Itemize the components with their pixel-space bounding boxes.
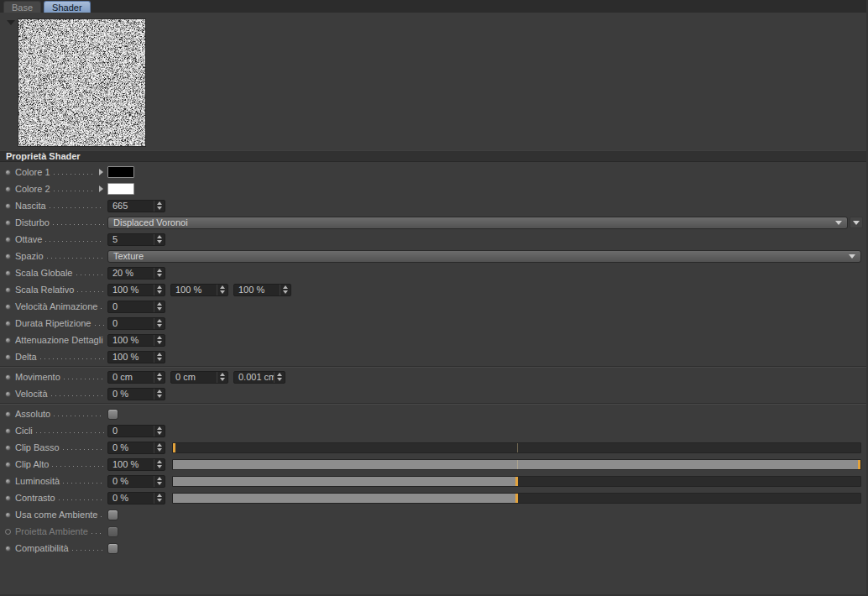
clip-alto-input[interactable]: 100 % xyxy=(107,458,165,471)
spinner-down-icon[interactable] xyxy=(157,358,162,361)
spinner-down-icon[interactable] xyxy=(157,378,162,381)
param-bullet-icon[interactable] xyxy=(5,478,11,484)
spinner-up-icon[interactable] xyxy=(220,373,225,376)
spinner-up-icon[interactable] xyxy=(220,285,225,289)
spinner-up-icon[interactable] xyxy=(157,302,162,306)
scala-relativo-y-input[interactable]: 100 % xyxy=(170,284,228,296)
spinner-down-icon[interactable] xyxy=(220,290,225,294)
param-bullet-icon[interactable] xyxy=(5,462,11,468)
tab-shader[interactable]: Shader xyxy=(44,1,90,13)
param-bullet-icon[interactable] xyxy=(5,411,11,417)
spinner-up-icon[interactable] xyxy=(157,319,162,322)
spinner-up-icon[interactable] xyxy=(157,353,162,356)
spinner-icon[interactable] xyxy=(154,201,165,212)
param-bullet-icon[interactable] xyxy=(5,495,11,501)
param-bullet-icon[interactable] xyxy=(5,337,11,343)
spinner-icon[interactable] xyxy=(154,493,165,504)
spinner-up-icon[interactable] xyxy=(157,460,162,463)
param-bullet-icon[interactable] xyxy=(5,428,11,434)
luminosita-slider[interactable] xyxy=(172,476,861,487)
colore1-swatch[interactable] xyxy=(107,166,134,178)
slider-handle[interactable] xyxy=(515,477,518,486)
param-bullet-icon[interactable] xyxy=(5,321,11,327)
spinner-down-icon[interactable] xyxy=(157,431,162,435)
expander-arrow-icon[interactable] xyxy=(99,186,103,192)
clip-basso-input[interactable]: 0 % xyxy=(107,442,165,454)
spinner-down-icon[interactable] xyxy=(157,324,162,327)
contrasto-slider[interactable] xyxy=(172,493,861,504)
param-bullet-icon[interactable] xyxy=(5,220,11,226)
slider-handle[interactable] xyxy=(515,494,518,503)
spinner-up-icon[interactable] xyxy=(157,336,162,339)
spinner-down-icon[interactable] xyxy=(157,240,162,243)
spinner-down-icon[interactable] xyxy=(157,207,162,210)
assoluto-checkbox[interactable] xyxy=(107,409,118,420)
velocita-animazione-input[interactable]: 0 xyxy=(107,301,165,313)
spinner-up-icon[interactable] xyxy=(277,373,282,376)
delta-input[interactable]: 100 % xyxy=(107,351,165,363)
attenuazione-dettagli-input[interactable]: 100 % xyxy=(107,334,165,347)
spinner-down-icon[interactable] xyxy=(157,274,162,277)
compatibilita-checkbox[interactable] xyxy=(107,543,118,554)
cicli-input[interactable]: 0 xyxy=(107,425,165,437)
param-bullet-icon[interactable] xyxy=(5,170,11,175)
spinner-icon[interactable] xyxy=(154,476,165,487)
spinner-icon[interactable] xyxy=(154,318,165,329)
spinner-up-icon[interactable] xyxy=(157,269,162,272)
collapse-arrow-icon[interactable] xyxy=(7,20,15,25)
movimento-z-input[interactable]: 0.001 cm xyxy=(233,371,285,384)
param-bullet-icon[interactable] xyxy=(5,512,11,518)
param-bullet-icon[interactable] xyxy=(5,445,11,451)
movimento-y-input[interactable]: 0 cm xyxy=(170,371,228,384)
ottave-input[interactable]: 5 xyxy=(107,233,165,246)
spinner-up-icon[interactable] xyxy=(157,494,162,497)
param-bullet-icon[interactable] xyxy=(5,186,11,192)
spinner-icon[interactable] xyxy=(154,389,165,400)
spinner-icon[interactable] xyxy=(154,234,165,245)
param-bullet-icon[interactable] xyxy=(5,546,11,552)
param-bullet-icon[interactable] xyxy=(5,374,11,380)
slider-handle[interactable] xyxy=(173,443,175,452)
velocita-input[interactable]: 0 % xyxy=(107,388,165,400)
slider-handle[interactable] xyxy=(858,460,860,469)
spinner-up-icon[interactable] xyxy=(157,389,162,393)
param-bullet-icon[interactable] xyxy=(5,304,11,310)
spinner-up-icon[interactable] xyxy=(157,426,162,430)
clip-basso-slider[interactable] xyxy=(172,442,861,453)
disturbo-select[interactable]: Displaced Voronoi xyxy=(107,217,848,229)
durata-ripetizione-input[interactable]: 0 xyxy=(107,317,165,330)
noise-options-button[interactable] xyxy=(850,217,863,228)
scala-relativo-z-input[interactable]: 100 % xyxy=(233,284,291,296)
spinner-icon[interactable] xyxy=(217,285,227,295)
spinner-icon[interactable] xyxy=(154,268,165,279)
expander-arrow-icon[interactable] xyxy=(99,169,103,175)
param-bullet-icon[interactable] xyxy=(5,354,11,360)
spinner-icon[interactable] xyxy=(154,459,165,470)
param-bullet-icon[interactable] xyxy=(5,270,11,276)
nascita-input[interactable]: 665 xyxy=(107,200,165,212)
spinner-up-icon[interactable] xyxy=(157,285,162,289)
spinner-down-icon[interactable] xyxy=(157,499,162,502)
spinner-down-icon[interactable] xyxy=(157,465,162,468)
shader-preview-canvas[interactable] xyxy=(18,18,146,147)
spinner-icon[interactable] xyxy=(274,372,285,383)
usa-come-ambiente-checkbox[interactable] xyxy=(107,510,118,520)
param-bullet-icon[interactable] xyxy=(5,391,11,397)
luminosita-input[interactable]: 0 % xyxy=(107,475,165,488)
spinner-icon[interactable] xyxy=(154,426,165,437)
spinner-down-icon[interactable] xyxy=(157,395,162,398)
spazio-select[interactable]: Texture xyxy=(107,250,861,263)
contrasto-input[interactable]: 0 % xyxy=(107,492,165,505)
param-bullet-icon[interactable] xyxy=(5,287,11,293)
scala-relativo-x-input[interactable]: 100 % xyxy=(107,284,165,296)
spinner-down-icon[interactable] xyxy=(283,290,288,294)
spinner-icon[interactable] xyxy=(154,301,165,312)
spinner-down-icon[interactable] xyxy=(277,378,282,381)
spinner-icon[interactable] xyxy=(217,372,227,383)
scala-globale-input[interactable]: 20 % xyxy=(107,267,165,280)
movimento-x-input[interactable]: 0 cm xyxy=(107,371,165,384)
spinner-up-icon[interactable] xyxy=(157,477,162,480)
spinner-down-icon[interactable] xyxy=(220,378,225,381)
param-bullet-icon[interactable] xyxy=(5,237,11,243)
spinner-up-icon[interactable] xyxy=(283,285,288,289)
